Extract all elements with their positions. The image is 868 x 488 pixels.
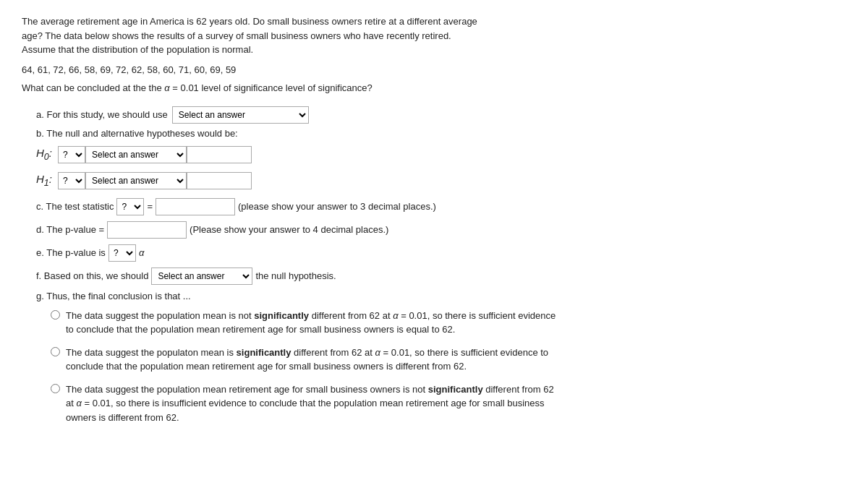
part-a-label: a. For this study, we should use [36,109,168,120]
option3-radio[interactable] [51,384,60,393]
part-f-label: f. Based on this, we should [36,270,148,281]
h1-row: H1: ? = ≠ < > ≤ ≥ Select an answer μ = 6… [36,172,846,189]
part-d-label: d. The p-value = [36,224,104,235]
pvalue-compare-select[interactable]: ? < > = ≤ ≥ [109,244,136,262]
option3-text: The data suggest the population mean ret… [66,382,557,425]
alpha-symbol: α [139,247,144,258]
option2-radio[interactable] [51,347,60,356]
intro-paragraph: The average retirement age in America is… [22,14,564,57]
part-c-label: c. The test statistic [36,201,114,212]
test-stat-symbol-select[interactable]: ? = ≠ < > [116,198,144,215]
part-b-label: b. The null and alternative hypotheses w… [36,128,846,139]
h0-row: H0: ? = ≠ < > ≤ ≥ Select an answer μ = 6… [36,146,846,163]
part-d-hint: (Please show your answer to 4 decimal pl… [190,224,388,235]
h1-label: H1: [36,173,52,188]
part-d-row: d. The p-value = (Please show your answe… [36,221,846,239]
h0-value-input[interactable] [187,146,252,163]
option1-radio[interactable] [51,310,60,320]
option3-row: The data suggest the population mean ret… [51,382,557,425]
pvalue-input[interactable] [107,221,187,239]
option2-row: The data suggest the populaton mean is s… [51,346,557,374]
part-g-label: g. Thus, the final conclusion is that ..… [36,291,846,301]
h1-value-select[interactable]: Select an answer μ = 62 μ ≠ 62 μ < 62 μ … [85,172,187,189]
h0-label: H0: [36,147,52,162]
h1-symbol-select[interactable]: ? = ≠ < > ≤ ≥ [58,172,85,189]
main-question: What can be concluded at the the α = 0.0… [22,82,846,93]
study-type-select[interactable]: Select an answer a t-test for a populati… [172,106,309,124]
option1-text: The data suggest the population mean is … [66,309,557,337]
part-f-suffix: the null hypothesis. [255,270,336,281]
test-stat-input[interactable] [156,198,235,215]
h0-symbol-select[interactable]: ? = ≠ < > ≤ ≥ [58,146,85,163]
equals-sign: = [147,201,153,212]
h0-value-select[interactable]: Select an answer μ = 62 μ ≠ 62 μ < 62 μ … [85,146,187,163]
h1-value-input[interactable] [187,172,252,189]
part-f-row: f. Based on this, we should Select an an… [36,267,846,285]
part-a: a. For this study, we should use Select … [36,106,846,139]
option2-text: The data suggest the populaton mean is s… [66,346,557,374]
part-c-hint: (please show your answer to 3 decimal pl… [238,201,436,212]
part-e-label: e. The p-value is [36,247,106,258]
data-values: 64, 61, 72, 66, 58, 69, 72, 62, 58, 60, … [22,64,846,75]
action-select[interactable]: Select an answer reject fail to reject a… [151,267,252,285]
part-e-row: e. The p-value is ? < > = ≤ ≥ α [36,244,846,262]
option1-row: The data suggest the population mean is … [51,309,557,337]
part-c-row: c. The test statistic ? = ≠ < > = (pleas… [36,198,846,215]
